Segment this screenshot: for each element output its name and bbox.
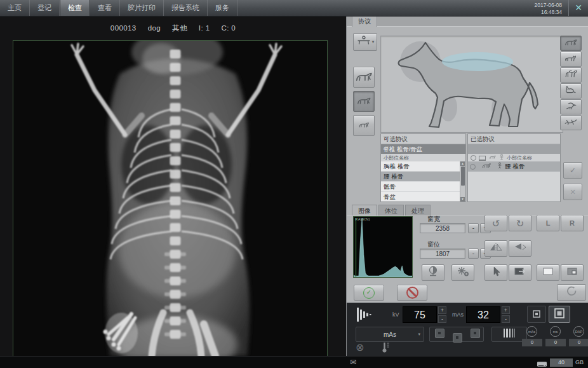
window-width-label: 窗宽 <box>427 215 440 224</box>
aec-field-left-button[interactable] <box>435 329 444 338</box>
selected-group-strip <box>468 144 560 154</box>
kv-value-field[interactable]: 75 <box>403 306 437 323</box>
message-envelope-icon[interactable]: ✉ <box>350 358 356 367</box>
dog-button[interactable] <box>560 36 582 51</box>
patient-id: 000013 <box>110 24 137 32</box>
xray-image[interactable] <box>13 40 328 357</box>
thermometer-icon <box>382 341 389 356</box>
image-export-button[interactable] <box>509 264 531 281</box>
region-spine-highlight[interactable] <box>442 52 513 71</box>
rotate-ccw-button[interactable]: ↺ <box>484 215 507 231</box>
window-width-value[interactable]: 2358 <box>420 223 465 233</box>
c-count-label: C: 0 <box>221 24 236 32</box>
mas-indicator-icon: mAs <box>526 326 537 337</box>
large-dog-button[interactable] <box>353 67 375 88</box>
titlebar: 主页登记检查查看胶片打印报告系统服务 2017-06-08 16:48:34 ✕ <box>0 0 588 17</box>
close-button[interactable]: ✕ <box>568 0 588 16</box>
horse-button[interactable] <box>560 67 582 83</box>
dap-indicator-value: 0 <box>569 339 588 346</box>
available-protocols-title: 可选协议 <box>381 134 465 144</box>
bird-button[interactable] <box>560 99 582 114</box>
animal-icon <box>478 160 495 174</box>
tab-protocol[interactable]: 协议 <box>352 16 377 27</box>
reject-icon <box>406 287 418 299</box>
image-effects-button[interactable] <box>451 264 474 281</box>
cat-button[interactable] <box>560 51 582 67</box>
redo-exposure-button[interactable] <box>557 284 586 301</box>
histogram-plot <box>354 217 412 277</box>
rotate-cw-button[interactable]: ↻ <box>509 215 531 231</box>
auto-window-button[interactable] <box>422 264 444 281</box>
protocol-group-header[interactable]: 脊椎 椎骨/骨盆 <box>381 144 465 154</box>
lizard-icon <box>563 116 579 130</box>
protocol-item[interactable]: 腰 椎骨 <box>381 172 460 182</box>
cursor-tool-button[interactable] <box>484 264 507 281</box>
menu-item-2[interactable]: 登记 <box>30 0 60 16</box>
redo-circle-icon <box>566 285 577 299</box>
scroll-down-icon[interactable]: ▼ <box>460 197 465 201</box>
patient-table-icon <box>356 36 371 48</box>
control-panel: 协议 ▾ <box>346 16 588 356</box>
kv-plus-button[interactable]: + <box>438 306 446 314</box>
protocol-item[interactable]: 胸椎 椎骨 <box>381 161 460 172</box>
marker-r-label: R <box>570 219 575 227</box>
cat-icon <box>563 52 579 66</box>
view-single-button[interactable] <box>537 264 559 281</box>
flip-vertical-button[interactable] <box>509 240 531 257</box>
marker-l-button[interactable]: L <box>537 215 559 231</box>
marker-r-button[interactable]: R <box>561 215 584 231</box>
kv-minus-button[interactable]: - <box>438 315 446 323</box>
menu-item-7[interactable]: 服务 <box>208 0 237 16</box>
menu-item-5[interactable]: 胶片打印 <box>120 0 164 16</box>
exposure-mode-select[interactable]: mAs ▾ <box>356 327 424 342</box>
ms-indicator-icon: ms <box>550 326 561 337</box>
window-level-value[interactable]: 1807 <box>420 249 465 259</box>
view-overlay-button[interactable] <box>561 264 584 281</box>
small-dog-icon <box>356 119 372 133</box>
protocol-item[interactable]: 骶骨 <box>381 182 460 192</box>
scrollbar-thumb[interactable] <box>461 167 465 186</box>
confirm-protocol-button[interactable]: ✓ <box>563 162 582 179</box>
grid-icon <box>502 328 517 341</box>
lizard-button[interactable] <box>560 115 582 130</box>
selected-protocol-row[interactable]: 腰 椎骨 <box>468 161 560 172</box>
menu-item-6[interactable]: 报告系统 <box>164 0 208 16</box>
window-width-minus-button[interactable]: - <box>468 223 479 233</box>
white-box-icon <box>542 267 554 278</box>
flip-horizontal-button[interactable] <box>484 240 507 257</box>
contrast-icon <box>425 266 441 280</box>
protocol-tabstrip: 协议 <box>347 16 588 27</box>
effects-icon <box>455 266 471 280</box>
protocol-item[interactable]: 骨盆 <box>381 192 460 201</box>
menu-item-4[interactable]: 查看 <box>90 0 120 16</box>
menu-item-3[interactable]: 检查 <box>60 0 90 16</box>
large-focus-button[interactable] <box>549 306 570 323</box>
kv-label: kV <box>392 311 399 318</box>
menu-item-1[interactable]: 主页 <box>0 0 30 16</box>
selected-protocols-title: 已选协议 <box>468 134 560 144</box>
rabbit-button[interactable] <box>560 83 582 99</box>
small-dog-button[interactable] <box>353 115 375 136</box>
medium-dog-button[interactable] <box>353 91 375 112</box>
small-focus-button[interactable] <box>527 306 546 323</box>
flip-vertical-icon <box>512 242 528 255</box>
accept-image-button[interactable]: ✓ <box>354 285 384 301</box>
dog-body-diagram[interactable] <box>380 36 563 133</box>
histogram-panel[interactable]: RAW(N) <box>353 216 413 278</box>
reject-image-button[interactable] <box>397 285 427 301</box>
mas-plus-button[interactable]: + <box>502 306 510 314</box>
cursor-icon <box>491 266 501 279</box>
remove-protocol-button[interactable]: ✕ <box>563 184 582 200</box>
check-icon: ✓ <box>570 166 576 175</box>
available-list-scrollbar[interactable]: ▲ ▼ <box>460 161 465 201</box>
aec-field-selector <box>429 327 484 342</box>
category-label: 其他 <box>172 24 187 32</box>
scroll-up-icon[interactable]: ▲ <box>460 161 465 166</box>
window-level-minus-button[interactable]: - <box>468 249 479 259</box>
aec-field-right-button[interactable] <box>471 329 480 338</box>
aec-field-center-button[interactable] <box>453 333 462 343</box>
mas-value-field[interactable]: 32 <box>466 306 500 323</box>
available-protocols-list: 可选协议 脊椎 椎骨/骨盆 小部位名称 胸椎 椎骨腰 椎骨骶骨骨盆颈椎 椎骨 ▲… <box>380 133 466 202</box>
mas-minus-button[interactable]: - <box>502 315 510 323</box>
patient-positioner-button[interactable]: ▾ <box>353 33 377 51</box>
